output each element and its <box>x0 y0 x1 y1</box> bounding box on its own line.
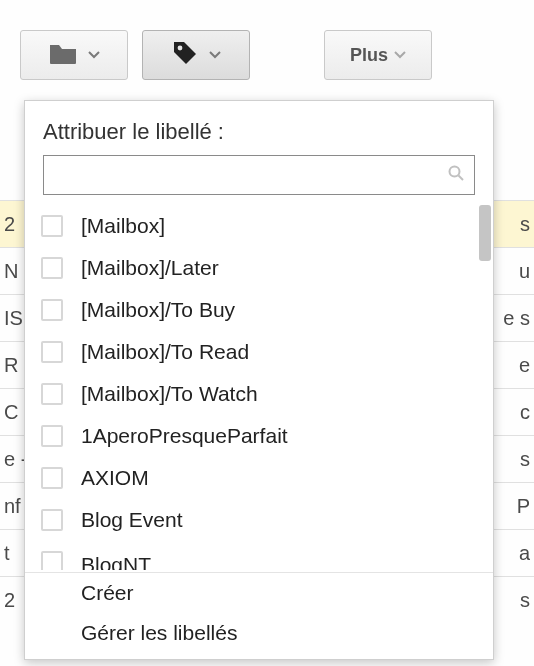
label-option[interactable]: Blog Event <box>25 499 493 541</box>
message-row-right-fragment: e s <box>503 307 530 330</box>
checkbox[interactable] <box>41 341 63 363</box>
svg-point-0 <box>178 46 183 51</box>
message-row-right-fragment: s <box>520 448 530 471</box>
label-manage[interactable]: Gérer les libellés <box>25 613 493 653</box>
message-row-left-fragment: 2 <box>4 589 15 612</box>
message-row-left-fragment: nf <box>4 495 21 518</box>
label-list: [Mailbox][Mailbox]/Later[Mailbox]/To Buy… <box>25 205 493 570</box>
folder-icon <box>48 41 78 69</box>
message-row-left-fragment: R <box>4 354 18 377</box>
label-option[interactable]: [Mailbox]/To Read <box>25 331 493 373</box>
message-row-left-fragment: C <box>4 401 18 424</box>
label-option[interactable]: [Mailbox]/Later <box>25 247 493 289</box>
message-row-right-fragment: e <box>519 354 530 377</box>
scrollbar-thumb[interactable] <box>479 205 491 261</box>
checkbox[interactable] <box>41 509 63 531</box>
dropdown-footer: Créer Gérer les libellés <box>25 573 493 653</box>
message-row-right-fragment: P <box>517 495 530 518</box>
svg-point-1 <box>450 167 460 177</box>
message-row-left-fragment: IS <box>4 307 23 330</box>
dropdown-title: Attribuer le libellé : <box>25 101 493 155</box>
more-button-label: Plus <box>350 45 388 66</box>
chevron-down-icon <box>209 51 221 59</box>
checkbox[interactable] <box>41 257 63 279</box>
label-option-text: [Mailbox]/Later <box>81 256 219 280</box>
checkbox[interactable] <box>41 467 63 489</box>
message-row-left-fragment: t <box>4 542 10 565</box>
message-row-right-fragment: s <box>520 213 530 236</box>
message-row-right-fragment: s <box>520 589 530 612</box>
label-search-input[interactable] <box>43 155 475 195</box>
label-option-text: BlogNT <box>81 551 151 570</box>
label-dropdown: Attribuer le libellé : [Mailbox][Mailbox… <box>24 100 494 660</box>
label-option-text: [Mailbox]/To Watch <box>81 382 258 406</box>
label-option[interactable]: 1AperoPresqueParfait <box>25 415 493 457</box>
label-option[interactable]: AXIOM <box>25 457 493 499</box>
label-option[interactable]: [Mailbox]/To Watch <box>25 373 493 415</box>
checkbox[interactable] <box>41 551 63 570</box>
label-option-text: [Mailbox]/To Read <box>81 340 249 364</box>
message-row-right-fragment: u <box>519 260 530 283</box>
checkbox[interactable] <box>41 383 63 405</box>
label-option[interactable]: [Mailbox]/To Buy <box>25 289 493 331</box>
more-button[interactable]: Plus <box>324 30 432 80</box>
svg-line-2 <box>459 176 464 181</box>
checkbox[interactable] <box>41 299 63 321</box>
label-option-text: [Mailbox] <box>81 214 165 238</box>
chevron-down-icon <box>394 51 406 59</box>
tag-icon <box>171 39 199 71</box>
search-icon <box>447 164 465 186</box>
label-option-text: Blog Event <box>81 508 183 532</box>
label-option-text: 1AperoPresqueParfait <box>81 424 288 448</box>
message-row-right-fragment: a <box>519 542 530 565</box>
message-row-left-fragment: N <box>4 260 18 283</box>
label-option-text: AXIOM <box>81 466 149 490</box>
label-option[interactable]: [Mailbox] <box>25 205 493 247</box>
label-option[interactable]: BlogNT <box>25 541 493 570</box>
message-row-left-fragment: 2 <box>4 213 15 236</box>
move-to-button[interactable] <box>20 30 128 80</box>
label-search-wrap <box>43 155 475 195</box>
checkbox[interactable] <box>41 425 63 447</box>
labels-button[interactable] <box>142 30 250 80</box>
label-option-text: [Mailbox]/To Buy <box>81 298 235 322</box>
checkbox[interactable] <box>41 215 63 237</box>
chevron-down-icon <box>88 51 100 59</box>
message-row-right-fragment: c <box>520 401 530 424</box>
action-toolbar: Plus <box>20 30 432 80</box>
label-create[interactable]: Créer <box>25 573 493 613</box>
